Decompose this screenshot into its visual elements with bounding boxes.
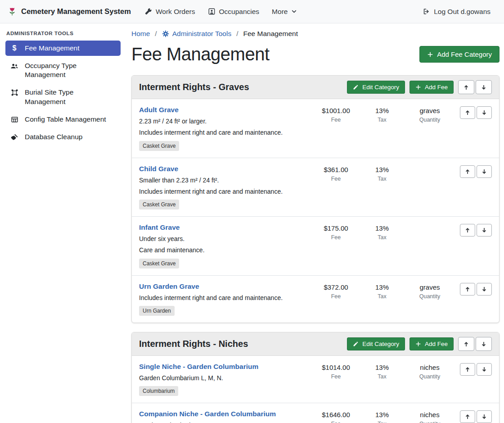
- move-fee-down-button[interactable]: [477, 363, 492, 376]
- fee-category-card-interment-rights-graves: Interment Rights - Graves Edit Category …: [131, 75, 500, 323]
- move-category-up-button[interactable]: [458, 337, 474, 351]
- fee-description: Smaller than 2.23 m² / 24 ft².: [139, 176, 307, 185]
- fee-name-link[interactable]: Child Grave: [139, 165, 178, 173]
- sidebar-item-config-table-management[interactable]: Config Table Management: [5, 112, 121, 127]
- fee-description: Care and maintenance.: [139, 246, 307, 255]
- fee-tax-value: 13%: [375, 224, 389, 232]
- fee-description: Includes interment right and care and ma…: [139, 187, 307, 196]
- fee-quantity-column: graves Quantity: [405, 282, 455, 300]
- sidebar-item-burial-site-type-management[interactable]: Burial Site Type Management: [5, 85, 121, 109]
- plus-icon: [427, 51, 433, 58]
- add-fee-button[interactable]: Add Fee: [410, 81, 454, 94]
- fee-amount-label: Fee: [331, 234, 341, 241]
- work-orders-icon: [144, 8, 152, 15]
- move-fee-up-button[interactable]: [460, 283, 475, 296]
- gear-icon: [162, 30, 169, 37]
- fee-name-link[interactable]: Infant Grave: [139, 223, 180, 232]
- move-category-up-button[interactable]: [458, 80, 474, 94]
- fee-name-link[interactable]: Companion Niche - Garden Columbarium: [139, 410, 276, 418]
- sidebar-item-label: Fee Management: [25, 44, 80, 53]
- add-fee-label: Add Fee: [425, 84, 448, 91]
- move-fee-up-button[interactable]: [460, 363, 475, 376]
- vector-square-icon: [10, 89, 19, 96]
- move-fee-up-button[interactable]: [460, 224, 475, 237]
- move-fee-up-button[interactable]: [460, 165, 475, 178]
- breadcrumb-link-home[interactable]: Home: [131, 30, 150, 38]
- fee-type-badge: Casket Grave: [139, 141, 179, 151]
- main-content: Home/Administrator Tools/Fee Management …: [126, 23, 504, 423]
- move-fee-down-button[interactable]: [477, 224, 492, 237]
- logout-link[interactable]: Log Out d.gowans: [416, 4, 497, 19]
- fee-info: Urn Garden Grave Includes interment righ…: [139, 282, 312, 316]
- logout-label: Log Out d.gowans: [434, 8, 490, 16]
- fee-name-link[interactable]: Urn Garden Grave: [139, 282, 199, 291]
- fee-description: Garden Columbarium L, M, N.: [139, 373, 307, 382]
- move-fee-up-button[interactable]: [460, 410, 475, 423]
- fee-description: Garden Columbarium L, M, N.: [139, 421, 307, 423]
- move-category-down-button[interactable]: [476, 80, 492, 94]
- nav-item-occupancies[interactable]: Occupancies: [202, 4, 266, 19]
- sidebar-item-occupancy-type-management[interactable]: Occupancy Type Management: [5, 58, 121, 82]
- fee-tax-column: 13% Tax: [360, 363, 405, 380]
- nav-item-more[interactable]: More: [266, 4, 303, 19]
- add-fee-category-button[interactable]: Add Fee Category: [419, 46, 500, 63]
- sidebar-item-database-cleanup[interactable]: Database Cleanup: [5, 129, 121, 145]
- fee-name-link[interactable]: Adult Grave: [139, 106, 179, 114]
- plus-icon: [415, 84, 421, 90]
- table-icon: [10, 116, 19, 123]
- fee-info: Child Grave Smaller than 2.23 m² / 24 ft…: [139, 165, 312, 210]
- fee-quantity-column: [405, 165, 455, 166]
- chevron-down-icon: [291, 9, 297, 14]
- move-fee-up-button[interactable]: [460, 106, 475, 119]
- fee-amount-column: $175.00 Fee: [312, 223, 360, 241]
- fee-row: Infant Grave Under six years.Care and ma…: [132, 217, 499, 276]
- fee-amount-column: $1001.00 Fee: [312, 106, 360, 123]
- fee-quantity-value: graves: [419, 107, 440, 114]
- category-fee-list: Adult Grave 2.23 m² / 24 ft² or larger.I…: [132, 99, 499, 323]
- fee-tax-label: Tax: [378, 234, 386, 241]
- fee-row: Adult Grave 2.23 m² / 24 ft² or larger.I…: [132, 99, 499, 158]
- fee-tax-label: Tax: [378, 373, 386, 380]
- fee-name-link[interactable]: Single Niche - Garden Columbarium: [139, 363, 258, 371]
- fee-description: Under six years.: [139, 234, 307, 243]
- add-fee-button[interactable]: Add Fee: [410, 337, 454, 350]
- fee-amount-column: $1646.00 Fee: [312, 410, 360, 423]
- sidebar-item-fee-management[interactable]: $ Fee Management: [5, 41, 121, 56]
- fee-tax-column: 13% Tax: [360, 165, 405, 182]
- nav-item-label: More: [272, 8, 288, 16]
- fee-quantity-column: [405, 223, 455, 224]
- edit-category-button[interactable]: Edit Category: [347, 337, 405, 350]
- category-move-buttons: [458, 337, 492, 351]
- fee-quantity-label: Quantity: [419, 293, 441, 300]
- sidebar-item-label: Burial Site Type Management: [25, 88, 116, 106]
- fee-tax-column: 13% Tax: [360, 282, 405, 300]
- move-fee-down-button[interactable]: [477, 165, 492, 178]
- fee-amount-label: Fee: [331, 176, 341, 182]
- edit-category-button[interactable]: Edit Category: [347, 81, 405, 94]
- tulip-logo-icon: [7, 7, 17, 17]
- fee-type-badge: Columbarium: [139, 386, 178, 396]
- add-fee-category-label: Add Fee Category: [437, 50, 492, 58]
- fee-type-badge: Casket Grave: [139, 200, 179, 209]
- breadcrumb-separator: /: [155, 30, 157, 38]
- fee-tax-value: 13%: [375, 166, 389, 173]
- category-actions: Edit Category Add Fee: [347, 337, 492, 351]
- move-fee-down-button[interactable]: [477, 106, 492, 119]
- nav-item-work-orders[interactable]: Work Orders: [138, 4, 202, 19]
- move-category-down-button[interactable]: [476, 337, 492, 351]
- logout-icon: [423, 8, 430, 15]
- move-fee-down-button[interactable]: [477, 410, 492, 423]
- fee-row: Urn Garden Grave Includes interment righ…: [132, 276, 499, 323]
- fee-amount-value: $175.00: [324, 224, 348, 232]
- fee-amount-column: $361.00 Fee: [312, 165, 360, 182]
- breadcrumb-link-administrator-tools[interactable]: Administrator Tools: [162, 30, 232, 38]
- category-title: Interment Rights - Graves: [139, 82, 347, 92]
- fee-quantity-value: graves: [419, 283, 440, 291]
- edit-category-label: Edit Category: [362, 84, 399, 91]
- add-fee-label: Add Fee: [425, 341, 448, 347]
- move-fee-down-button[interactable]: [477, 283, 492, 296]
- fee-quantity-label: Quantity: [419, 421, 441, 423]
- fee-amount-value: $1014.00: [322, 364, 350, 371]
- fee-description: Includes interment right and care and ma…: [139, 128, 307, 137]
- breadcrumb-separator: /: [236, 30, 238, 38]
